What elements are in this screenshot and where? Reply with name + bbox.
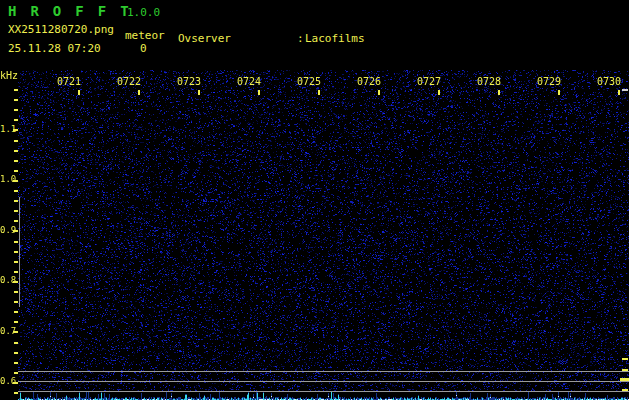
- y-tick-minor: [14, 372, 18, 374]
- count-window-marker: [19, 197, 20, 307]
- x-tick-mark: [78, 90, 80, 95]
- y-tick-minor: [14, 261, 18, 263]
- y-tick-minor: [14, 301, 18, 303]
- x-tick-label: 0724: [237, 76, 261, 87]
- y-tick-minor: [14, 109, 18, 111]
- info-row-observer: Ovserver:Lacofilms: [178, 32, 457, 46]
- y-tick-minor: [14, 271, 18, 273]
- level-tick: [622, 389, 628, 391]
- app-title: HROFFT: [8, 3, 143, 19]
- y-tick-major: [13, 281, 18, 283]
- level-tick-major: [620, 378, 629, 381]
- x-tick-mark: [378, 90, 380, 95]
- y-tick-minor: [14, 220, 18, 222]
- x-tick-label: 0725: [297, 76, 321, 87]
- x-tick-mark: [318, 90, 320, 95]
- x-tick-mark: [438, 90, 440, 95]
- y-tick-label: 0.9: [0, 226, 14, 235]
- y-tick-major: [13, 180, 18, 182]
- y-tick-label: 0.7: [0, 327, 14, 336]
- x-tick-label: 0727: [417, 76, 441, 87]
- y-tick-minor: [14, 362, 18, 364]
- y-tick-label: 0.6: [0, 377, 14, 386]
- y-tick-minor: [14, 150, 18, 152]
- x-tick-mark: [198, 90, 200, 95]
- y-tick-minor: [14, 89, 18, 91]
- mode-label: meteor: [125, 29, 165, 42]
- y-tick-label: 0.8: [0, 276, 14, 285]
- x-tick-label: 0729: [537, 76, 561, 87]
- meteor-count: 0: [140, 42, 147, 55]
- y-tick-minor: [14, 99, 18, 101]
- y-tick-label: 1.1: [0, 125, 14, 134]
- y-tick-major: [13, 382, 18, 384]
- y-tick-minor: [14, 190, 18, 192]
- y-tick-minor: [14, 342, 18, 344]
- y-tick-minor: [14, 200, 18, 202]
- y-tick-major: [13, 230, 18, 232]
- x-tick-label: 0730: [597, 76, 621, 87]
- y-tick-minor: [14, 160, 18, 162]
- y-tick-minor: [14, 352, 18, 354]
- x-tick-mark: [618, 90, 620, 95]
- x-tick-label: 0726: [357, 76, 381, 87]
- y-tick-minor: [14, 210, 18, 212]
- y-tick-major: [13, 331, 18, 333]
- level-gridline: [18, 371, 629, 372]
- x-tick-mark: [498, 90, 500, 95]
- y-tick-minor: [14, 241, 18, 243]
- level-tick: [622, 369, 628, 371]
- y-tick-minor: [14, 321, 18, 323]
- top-right-tick: [622, 89, 628, 91]
- output-filename: XX2511280720.png: [8, 23, 114, 36]
- x-tick-mark: [258, 90, 260, 95]
- y-axis-unit: kHz: [0, 70, 18, 81]
- x-tick-label: 0721: [57, 76, 81, 87]
- y-tick-label: 1.0: [0, 175, 14, 184]
- spectrogram-canvas: [18, 70, 629, 400]
- info-label: Ovserver: [178, 32, 297, 46]
- x-tick-mark: [558, 90, 560, 95]
- y-tick-minor: [14, 119, 18, 121]
- y-tick-minor: [14, 392, 18, 394]
- info-colon: :: [297, 32, 305, 46]
- x-tick-label: 0723: [177, 76, 201, 87]
- datetime-label: 25.11.28 07:20: [8, 42, 101, 55]
- x-tick-label: 0722: [117, 76, 141, 87]
- y-tick-major: [13, 129, 18, 131]
- level-gridline: [18, 391, 629, 392]
- y-tick-minor: [14, 140, 18, 142]
- app-version: 1.0.0: [127, 6, 160, 19]
- hrofft-window: HROFFT 1.0.0 XX2511280720.png meteor 25.…: [0, 0, 629, 400]
- x-tick-label: 0728: [477, 76, 501, 87]
- y-tick-minor: [14, 291, 18, 293]
- y-tick-minor: [14, 170, 18, 172]
- y-tick-minor: [14, 311, 18, 313]
- y-tick-minor: [14, 251, 18, 253]
- level-tick: [622, 358, 628, 360]
- x-tick-mark: [138, 90, 140, 95]
- level-gridline: [18, 381, 629, 382]
- info-value: Lacofilms: [305, 32, 365, 45]
